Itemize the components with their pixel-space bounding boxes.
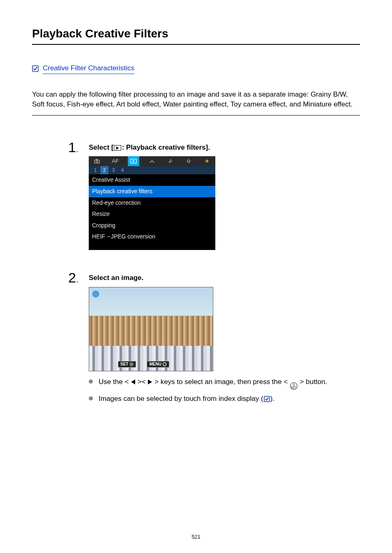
af-tab-label[interactable]: AF (110, 157, 121, 165)
menu-item-selected[interactable]: Playback creative filters (89, 186, 215, 197)
menu-item[interactable]: Creative Assist (89, 174, 215, 186)
cross-reference-icon[interactable] (264, 396, 270, 402)
star-tab-icon[interactable]: ★ (201, 157, 213, 165)
menu-sub-tabs: 1 2 3 4 (89, 166, 215, 174)
svg-rect-3 (96, 159, 97, 160)
svg-point-5 (187, 160, 190, 162)
toc-row: Creative Filter Characteristics (32, 63, 360, 74)
steps-container: 1. Select [: Playback creative filters].… (32, 140, 360, 408)
preview-controls: SET MENU (89, 361, 213, 368)
creative-filter-characteristics-link[interactable]: Creative Filter Characteristics (43, 63, 134, 74)
divider-line (32, 115, 360, 116)
bullet-text: Images can be selected by touch from ind… (99, 394, 274, 404)
step-body: Select an image. SET MENU (89, 271, 360, 408)
note-icon (32, 65, 39, 72)
subtab-1[interactable]: 1 (91, 166, 99, 174)
bullet-text: Use the < >< > keys to select an image, … (99, 377, 327, 390)
menu-item[interactable]: HEIF→JPEG conversion (89, 231, 215, 243)
bullet-item: Use the < >< > keys to select an image, … (89, 377, 360, 390)
step-body: Select [: Playback creative filters]. AF (89, 140, 360, 250)
step-heading: Select an image. (89, 273, 360, 283)
step-heading: Select [: Playback creative filters]. (89, 143, 360, 153)
page-title: Playback Creative Filters (32, 25, 360, 45)
set-button-chip[interactable]: SET (118, 361, 136, 368)
wrench-tab-icon[interactable] (165, 159, 176, 164)
bullet-list: Use the < >< > keys to select an image, … (89, 377, 360, 404)
step-number: 2. (68, 271, 89, 285)
q-set-button-icon: QSET (290, 382, 297, 390)
menu-item[interactable]: Red-eye correction (89, 197, 215, 209)
svg-point-7 (131, 363, 132, 365)
playback-tab-icon[interactable] (128, 156, 139, 166)
page-container: Playback Creative Filters Creative Filte… (0, 0, 392, 553)
subtab-3[interactable]: 3 (109, 166, 118, 174)
filter-badge-icon (92, 290, 100, 298)
setup-tab-icon[interactable] (183, 159, 194, 164)
heading-prefix: Select [ (89, 143, 113, 151)
menu-item[interactable]: Resize (89, 208, 215, 220)
subtab-2[interactable]: 2 (100, 166, 108, 174)
camera-menu-screenshot: AF ★ (89, 156, 215, 250)
step-2: 2. Select an image. SET MENU (68, 271, 360, 408)
step-number: 1. (68, 140, 89, 154)
intro-text: You can apply the following filter proce… (32, 90, 360, 109)
bullet-item: Images can be selected by touch from ind… (89, 394, 360, 404)
right-arrow-icon (148, 379, 152, 384)
bullet-icon (89, 396, 93, 400)
subtab-4[interactable]: 4 (118, 166, 127, 174)
image-preview-screenshot: SET MENU (89, 287, 213, 371)
heading-suffix: : Playback creative filters]. (122, 143, 210, 151)
page-number: 521 (0, 533, 392, 541)
camera-tab-icon[interactable] (91, 159, 103, 164)
bullet-icon (89, 379, 93, 384)
playback-icon (114, 145, 121, 150)
network-tab-icon[interactable] (146, 159, 158, 164)
svg-point-2 (96, 161, 98, 163)
left-arrow-icon (131, 379, 135, 384)
menu-button-chip[interactable]: MENU (147, 361, 169, 368)
menu-main-tabs: AF ★ (89, 156, 215, 166)
step-1: 1. Select [: Playback creative filters].… (68, 140, 360, 250)
menu-item[interactable]: Cropping (89, 220, 215, 231)
